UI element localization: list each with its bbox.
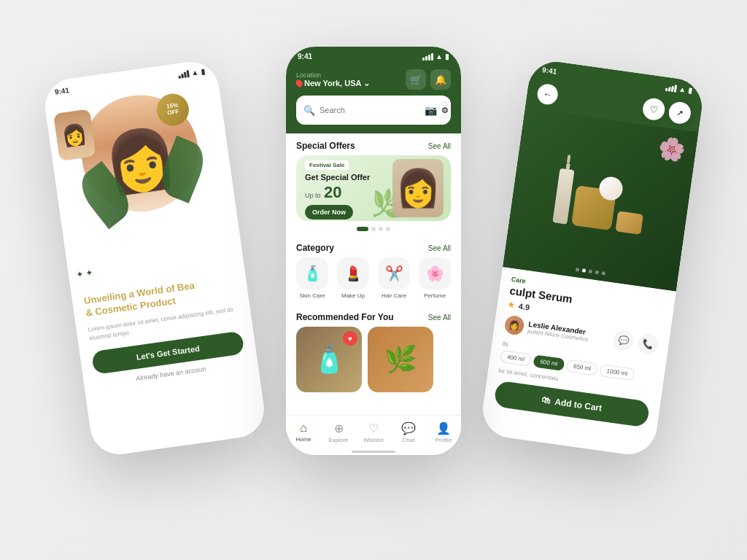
qty-600ml[interactable]: 600 ml bbox=[533, 354, 565, 371]
stars-decoration: ✦ ✦ bbox=[75, 268, 93, 280]
profile-label: Profile bbox=[436, 437, 452, 443]
status-icons-right: ▲ ▮ bbox=[665, 83, 693, 95]
skin-care-label: Skin Care bbox=[299, 292, 325, 299]
battery-icon-left: ▮ bbox=[200, 67, 205, 76]
dot-4 bbox=[386, 227, 390, 231]
wishlist-icon: ♡ bbox=[368, 421, 379, 435]
status-bar-center: 9:41 ▲ ▮ bbox=[286, 47, 461, 63]
bottom-nav: ⌂ Home ⊕ Explore ♡ Wishlist 💬 Chat 👤 bbox=[286, 415, 461, 451]
offer-dots bbox=[286, 227, 461, 231]
header-icons: 🛒 🔔 bbox=[406, 69, 451, 90]
seller-actions: 💬 📞 bbox=[612, 329, 659, 355]
qty-650ml[interactable]: 650 ml bbox=[566, 359, 598, 376]
pdot-1 bbox=[576, 268, 580, 272]
location-row: Location New York, USA ⌄ 🛒 🔔 bbox=[296, 69, 451, 90]
battery-icon-center: ▮ bbox=[445, 52, 449, 61]
category-header: Category See All bbox=[286, 236, 461, 257]
small-display bbox=[615, 211, 643, 235]
recommended-row: 🧴 ♥ 🌿 bbox=[286, 327, 461, 398]
wishlist-label: Wishlist bbox=[363, 437, 384, 443]
chat-label: Chat bbox=[403, 437, 415, 443]
special-offers-see-all[interactable]: See All bbox=[428, 142, 451, 150]
phones-container: 9:41 ▲ ▮ 👩 👩 bbox=[45, 25, 702, 535]
call-button[interactable]: 📞 bbox=[637, 332, 660, 356]
rec-product-img-2: 🌿 bbox=[368, 327, 433, 392]
nav-wishlist[interactable]: ♡ Wishlist bbox=[356, 421, 391, 443]
wishlist-button[interactable]: ♡ bbox=[641, 97, 666, 122]
pdot-4 bbox=[595, 271, 600, 275]
perfume-label: Perfume bbox=[424, 292, 446, 299]
chevron-down-icon: ⌄ bbox=[363, 79, 370, 88]
order-now-button[interactable]: Order Now bbox=[305, 205, 353, 219]
qty-1000ml[interactable]: 1000 ml bbox=[600, 364, 635, 381]
plant-decoration: 🌸 bbox=[657, 134, 687, 163]
category-skin-care[interactable]: 🧴 Skin Care bbox=[296, 257, 328, 299]
dot-1 bbox=[357, 227, 368, 231]
explore-icon: ⊕ bbox=[334, 421, 344, 435]
left-hero: 👩 👩 15% OFF ✦ ✦ bbox=[44, 77, 244, 289]
offer-upto: Up to bbox=[305, 192, 321, 199]
status-icons-center: ▲ ▮ bbox=[422, 52, 449, 61]
location-info: Location New York, USA ⌄ bbox=[296, 71, 370, 88]
recommended-header: Recommended For You See All bbox=[286, 305, 461, 327]
home-label: Home bbox=[295, 436, 311, 443]
wood-block-small bbox=[615, 211, 643, 235]
right-header-action-btns: ♡ ↗ bbox=[641, 97, 692, 125]
hair-care-icon: ✂️ bbox=[378, 257, 410, 289]
location-pin-icon bbox=[295, 79, 304, 88]
status-icons-left: ▲ ▮ bbox=[178, 67, 206, 79]
cart-icon-button[interactable]: 🛒 bbox=[406, 69, 426, 90]
recommended-title: Recommended For You bbox=[296, 312, 394, 322]
nav-explore[interactable]: ⊕ Explore bbox=[321, 421, 356, 443]
offer-banner: Festival Sale Get Special Offer Up to 20… bbox=[296, 155, 451, 221]
center-header: Location New York, USA ⌄ 🛒 🔔 🔍 bbox=[286, 63, 461, 133]
wifi-icon-center: ▲ bbox=[436, 52, 443, 61]
seller-info: Leslie Alexander pulent Allure Cosmetics bbox=[527, 320, 611, 346]
dot-3 bbox=[379, 227, 383, 231]
recommended-see-all[interactable]: See All bbox=[428, 314, 451, 322]
category-perfume[interactable]: 🌸 Perfume bbox=[419, 257, 451, 299]
qty-400ml[interactable]: 400 ml bbox=[500, 350, 532, 367]
special-offers-title: Special Offers bbox=[296, 141, 355, 151]
bottle-body bbox=[552, 168, 574, 225]
nav-profile[interactable]: 👤 Profile bbox=[426, 421, 461, 443]
hair-care-label: Hair Care bbox=[382, 292, 406, 299]
recommended-card-2[interactable]: 🌿 bbox=[368, 327, 433, 392]
category-hair-care[interactable]: ✂️ Hair Care bbox=[378, 257, 410, 299]
wishlist-heart-1[interactable]: ♥ bbox=[343, 331, 357, 346]
notification-icon-button[interactable]: 🔔 bbox=[430, 69, 451, 90]
makeup-label: Make Up bbox=[341, 292, 365, 299]
search-input[interactable] bbox=[320, 106, 420, 114]
phone-center: 9:41 ▲ ▮ Location bbox=[286, 47, 461, 455]
home-icon: ⌂ bbox=[300, 421, 307, 435]
recommended-card-1[interactable]: 🧴 ♥ bbox=[296, 327, 362, 392]
pdot-3 bbox=[589, 269, 593, 273]
message-button[interactable]: 💬 bbox=[612, 329, 635, 352]
location-label: Location bbox=[296, 71, 370, 79]
time-right: 9:41 bbox=[542, 66, 557, 76]
wood-display bbox=[571, 185, 616, 230]
seller-avatar: 👩 bbox=[503, 314, 525, 335]
home-indicator-bar bbox=[352, 451, 395, 453]
product-details: Care culpt Serum ★ 4.9 👩 Leslie Alexande… bbox=[482, 267, 676, 437]
category-makeup[interactable]: 💄 Make Up bbox=[337, 257, 369, 299]
right-phone-header-bg: 9:41 ▲ ▮ ← ♡ ↗ bbox=[503, 58, 705, 292]
special-offers-header: Special Offers See All bbox=[286, 133, 461, 155]
share-button[interactable]: ↗ bbox=[667, 101, 692, 125]
perfume-icon: 🌸 bbox=[419, 257, 451, 289]
filter-button[interactable]: ⚙ bbox=[441, 101, 449, 120]
chat-icon: 💬 bbox=[401, 421, 416, 435]
search-bar: 🔍 📷 ⚙ bbox=[296, 96, 451, 125]
offer-amount: 20 bbox=[324, 183, 341, 201]
back-button[interactable]: ← bbox=[536, 82, 560, 106]
makeup-icon: 💄 bbox=[337, 257, 369, 289]
nav-chat[interactable]: 💬 Chat bbox=[391, 421, 426, 443]
center-layout: 9:41 ▲ ▮ Location bbox=[286, 47, 461, 455]
nav-home[interactable]: ⌂ Home bbox=[286, 421, 321, 443]
category-see-all[interactable]: See All bbox=[428, 244, 451, 252]
scan-icon: 📷 bbox=[425, 104, 437, 116]
phone-left: 9:41 ▲ ▮ 👩 👩 bbox=[42, 58, 268, 458]
pdot-5 bbox=[601, 271, 605, 276]
rating-value: 4.9 bbox=[518, 302, 530, 312]
phone-right: 9:41 ▲ ▮ ← ♡ ↗ bbox=[479, 58, 705, 458]
